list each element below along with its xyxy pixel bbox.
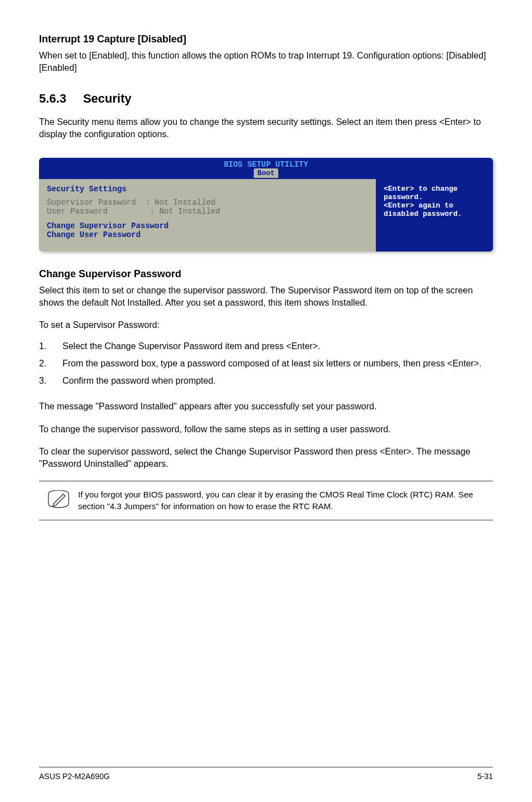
change-supervisor-p4: To change the supervisor password, follo… — [39, 423, 493, 436]
security-number: 5.6.3 — [39, 91, 66, 106]
security-heading-row: 5.6.3 Security — [39, 91, 493, 106]
bios-supervisor-label: Supervisor Password — [47, 198, 136, 207]
bios-left-panel: Security Settings Supervisor Password : … — [39, 179, 376, 252]
bios-user-value: : Not Installed — [150, 207, 220, 216]
bios-change-supervisor: Change Supervisor Password — [47, 221, 368, 230]
change-supervisor-heading: Change Supervisor Password — [39, 268, 493, 280]
change-supervisor-p5: To clear the supervisor password, select… — [39, 446, 493, 471]
supervisor-steps-list: 1.Select the Change Supervisor Password … — [39, 340, 493, 388]
bios-utility-screenshot: BIOS SETUP UTILITY Boot Security Setting… — [39, 158, 493, 252]
change-supervisor-p2: To set a Supervisor Password: — [39, 319, 493, 331]
bios-supervisor-value: : Not Installed — [145, 198, 215, 207]
bios-help-text: <Enter> to change password. <Enter> agai… — [384, 185, 485, 218]
bios-user-label: User Password — [47, 207, 108, 216]
bios-user-row: User Password : Not Installed — [47, 207, 368, 216]
step-text: Confirm the password when prompted. — [62, 376, 216, 385]
page-footer: ASUS P2-M2A690G 5-31 — [39, 767, 493, 781]
note-block: If you forgot your BIOS password, you ca… — [39, 481, 493, 520]
interrupt19-heading: Interrupt 19 Capture [Disabled] — [39, 33, 493, 45]
change-supervisor-p1: Select this item to set or change the su… — [39, 284, 493, 310]
note-text: If you forgot your BIOS password, you ca… — [78, 489, 493, 512]
bios-help-panel: <Enter> to change password. <Enter> agai… — [376, 179, 493, 252]
bios-boot-tab: Boot — [254, 168, 278, 178]
security-intro: The Security menu items allow you to cha… — [39, 116, 493, 141]
bios-security-settings-heading: Security Settings — [47, 185, 368, 194]
list-item: 2.From the password box, type a password… — [39, 357, 493, 370]
footer-model: ASUS P2-M2A690G — [39, 772, 110, 781]
bios-body: Security Settings Supervisor Password : … — [39, 179, 493, 252]
note-pencil-icon — [39, 489, 78, 512]
step-text: From the password box, type a password c… — [62, 359, 481, 368]
change-supervisor-p3: The message "Password Installed" appears… — [39, 400, 493, 413]
bios-titlebar: BIOS SETUP UTILITY Boot — [39, 158, 493, 179]
list-item: 3.Confirm the password when prompted. — [39, 374, 493, 387]
bios-change-user: Change User Password — [47, 230, 368, 239]
security-title: Security — [83, 91, 132, 106]
footer-page-number: 5-31 — [477, 772, 493, 781]
interrupt19-text: When set to [Enabled], this function all… — [39, 50, 493, 75]
bios-supervisor-row: Supervisor Password : Not Installed — [47, 198, 368, 207]
step-text: Select the Change Supervisor Password it… — [62, 341, 320, 351]
list-item: 1.Select the Change Supervisor Password … — [39, 340, 493, 352]
bios-title: BIOS SETUP UTILITY — [39, 160, 493, 169]
